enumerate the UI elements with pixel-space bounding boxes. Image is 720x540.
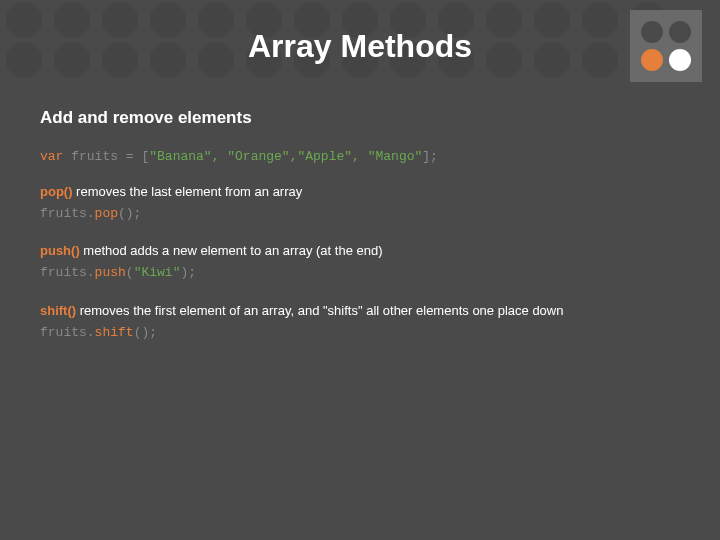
code-call: shift: [95, 325, 134, 340]
code-call: pop: [95, 206, 118, 221]
desc-pop: pop() removes the last element from an a…: [40, 184, 680, 199]
svg-point-3: [669, 49, 691, 71]
desc-shift: shift() removes the first element of an …: [40, 303, 680, 318]
decl-items: "Banana", "Orange","Apple", "Mango": [149, 149, 422, 164]
code-args: ();: [134, 325, 157, 340]
desc-push: push() method adds a new element to an a…: [40, 243, 680, 258]
code-shift: fruits.shift();: [40, 324, 680, 342]
logo-icon: [630, 10, 702, 82]
method-desc: removes the first element of an array, a…: [76, 303, 563, 318]
method-desc: removes the last element from an array: [72, 184, 302, 199]
method-name: pop(): [40, 184, 72, 199]
section-push: push() method adds a new element to an a…: [40, 243, 680, 282]
code-args: ();: [118, 206, 141, 221]
code-push: fruits.push("Kiwi");: [40, 264, 680, 282]
svg-point-1: [669, 21, 691, 43]
svg-point-2: [641, 49, 663, 71]
decl-close: ];: [422, 149, 438, 164]
code-pre: fruits.: [40, 265, 95, 280]
code-declaration: var fruits = ["Banana", "Orange","Apple"…: [40, 148, 680, 166]
section-pop: pop() removes the last element from an a…: [40, 184, 680, 223]
code-pre: fruits.: [40, 325, 95, 340]
section-shift: shift() removes the first element of an …: [40, 303, 680, 342]
decl-name: fruits = [: [63, 149, 149, 164]
content-area: Add and remove elements var fruits = ["B…: [40, 108, 680, 362]
code-call: push: [95, 265, 126, 280]
method-desc: method adds a new element to an array (a…: [80, 243, 383, 258]
method-name: push(): [40, 243, 80, 258]
code-str: "Kiwi": [134, 265, 181, 280]
code-pre: fruits.: [40, 206, 95, 221]
code-pop: fruits.pop();: [40, 205, 680, 223]
subtitle: Add and remove elements: [40, 108, 680, 128]
keyword-var: var: [40, 149, 63, 164]
code-close: );: [180, 265, 196, 280]
svg-point-0: [641, 21, 663, 43]
method-name: shift(): [40, 303, 76, 318]
code-open: (: [126, 265, 134, 280]
page-title: Array Methods: [0, 28, 720, 65]
